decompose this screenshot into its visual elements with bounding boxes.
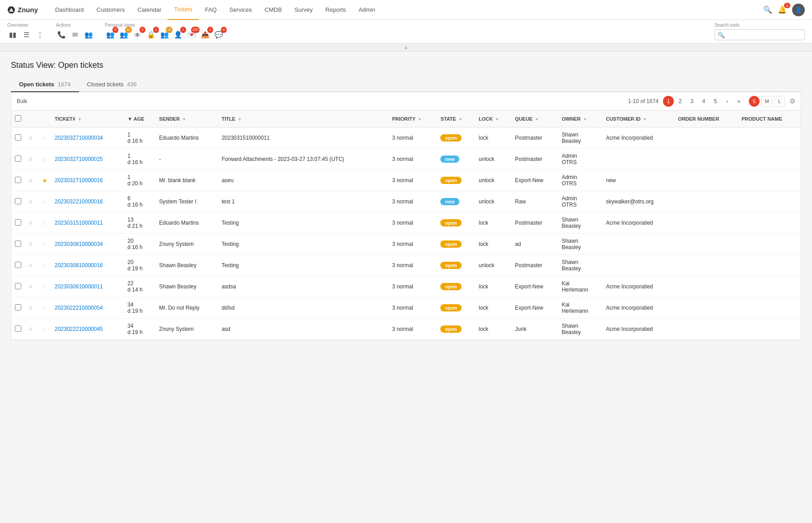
ticket-link[interactable]: 2023032710000034 bbox=[55, 135, 103, 141]
ticket-link[interactable]: 2023022210000054 bbox=[55, 305, 103, 311]
nav-item-cmdb[interactable]: CMDB bbox=[258, 0, 288, 20]
col-lock[interactable]: LOCK ▼ bbox=[475, 111, 511, 127]
row-checkbox[interactable] bbox=[15, 134, 21, 141]
star-icon[interactable]: ☆ bbox=[42, 220, 47, 226]
table-settings-button[interactable]: ⚙ bbox=[789, 97, 795, 105]
page-btn-4[interactable]: 4 bbox=[698, 96, 709, 107]
ticket-link[interactable]: 2023032710000025 bbox=[55, 156, 103, 162]
pv-icon-3[interactable]: 👁 2 bbox=[132, 29, 143, 40]
row-checkbox-cell bbox=[11, 149, 25, 170]
col-queue[interactable]: QUEUE ▼ bbox=[511, 111, 558, 127]
ticket-link[interactable]: 2023032210000016 bbox=[55, 198, 103, 205]
size-btn-m[interactable]: M bbox=[761, 96, 772, 107]
size-btn-s[interactable]: S bbox=[749, 96, 760, 107]
notification-icon[interactable]: 🔔 1 bbox=[778, 5, 787, 14]
col-order-number[interactable]: ORDER NUMBER bbox=[674, 111, 738, 127]
drag-handle[interactable]: ≡ bbox=[28, 262, 32, 269]
page-btn-2[interactable]: 2 bbox=[675, 96, 686, 107]
ticket-link[interactable]: 2023030610000011 bbox=[55, 283, 103, 290]
tab-closed-tickets[interactable]: Closed tickets 436 bbox=[79, 77, 145, 92]
nav-item-customers[interactable]: Customers bbox=[90, 0, 131, 20]
ticket-link[interactable]: 2023030810000034 bbox=[55, 241, 103, 247]
row-checkbox[interactable] bbox=[15, 325, 21, 332]
col-customer-id[interactable]: CUSTOMER ID ▼ bbox=[602, 111, 675, 127]
overview-more-icon[interactable]: ⋮ bbox=[34, 29, 45, 40]
nav-item-admin[interactable]: Admin bbox=[352, 0, 382, 20]
star-icon[interactable]: ☆ bbox=[42, 241, 47, 248]
pv-icon-8[interactable]: 📤 2 bbox=[200, 29, 210, 40]
nav-item-services[interactable]: Services bbox=[223, 0, 258, 20]
col-state[interactable]: STATE ▼ bbox=[437, 111, 475, 127]
nav-item-survey[interactable]: Survey bbox=[288, 0, 319, 20]
size-btn-l[interactable]: L bbox=[774, 96, 785, 107]
star-icon[interactable]: ★ bbox=[42, 177, 47, 184]
page-btn-5[interactable]: 5 bbox=[710, 96, 721, 107]
collapse-handle[interactable]: ▲ bbox=[0, 43, 812, 52]
row-checkbox[interactable] bbox=[15, 155, 21, 162]
row-checkbox[interactable] bbox=[15, 219, 21, 226]
page-btn-last[interactable]: » bbox=[733, 96, 744, 107]
row-lock: lock bbox=[475, 127, 511, 149]
col-ticket-num[interactable]: TICKET# ▼ bbox=[51, 111, 124, 127]
pv-icon-2[interactable]: 👥 42 bbox=[118, 29, 129, 40]
page-btn-3[interactable]: 3 bbox=[686, 96, 697, 107]
nav-item-dashboard[interactable]: Dashboard bbox=[49, 0, 90, 20]
row-checkbox[interactable] bbox=[15, 240, 21, 247]
drag-handle[interactable]: ≡ bbox=[28, 177, 32, 184]
row-checkbox[interactable] bbox=[15, 262, 21, 268]
star-icon[interactable]: ☆ bbox=[42, 198, 47, 205]
search-icon[interactable]: 🔍 bbox=[763, 5, 772, 14]
brand-logo[interactable]: Znuny bbox=[7, 6, 38, 14]
overview-grid-icon[interactable]: ▮▮ bbox=[7, 29, 18, 40]
row-checkbox[interactable] bbox=[15, 177, 21, 183]
drag-handle[interactable]: ≡ bbox=[28, 134, 32, 141]
col-owner[interactable]: OWNER ▼ bbox=[558, 111, 602, 127]
star-icon[interactable]: ☆ bbox=[42, 283, 47, 290]
ticket-link[interactable]: 2023030810000016 bbox=[55, 262, 103, 269]
action-group-icon[interactable]: 👥 bbox=[83, 29, 94, 40]
col-priority[interactable]: PRIORITY ▼ bbox=[388, 111, 437, 127]
row-checkbox[interactable] bbox=[15, 198, 21, 204]
drag-handle[interactable]: ≡ bbox=[28, 304, 32, 311]
col-title[interactable]: TITLE ▼ bbox=[218, 111, 388, 127]
row-checkbox[interactable] bbox=[15, 283, 21, 289]
overview-list-icon[interactable]: ☰ bbox=[21, 29, 32, 40]
star-icon[interactable]: ☆ bbox=[42, 326, 47, 333]
col-sender[interactable]: SENDER ▼ bbox=[155, 111, 218, 127]
row-checkbox[interactable] bbox=[15, 304, 21, 311]
pv-icon-9[interactable]: 💬 6 bbox=[213, 29, 224, 40]
ticket-link[interactable]: 2023022210000045 bbox=[55, 326, 103, 332]
star-icon[interactable]: ☆ bbox=[42, 305, 47, 311]
star-icon[interactable]: ☆ bbox=[42, 156, 47, 163]
select-all-checkbox[interactable] bbox=[15, 115, 21, 122]
pv-icon-6[interactable]: 👤 1 bbox=[173, 29, 183, 40]
nav-item-faq[interactable]: FAQ bbox=[199, 0, 223, 20]
page-btn-1[interactable]: 1 bbox=[663, 96, 674, 107]
pv-icon-4[interactable]: 🔒 1 bbox=[145, 29, 156, 40]
user-avatar[interactable]: 👤 bbox=[792, 4, 805, 16]
pv-icon-5[interactable]: 👥 24 bbox=[159, 29, 170, 40]
bulk-label[interactable]: Bulk bbox=[17, 98, 27, 104]
tab-open-tickets[interactable]: Open tickets 1674 bbox=[11, 77, 79, 92]
nav-item-calendar[interactable]: Calendar bbox=[131, 0, 168, 20]
drag-handle[interactable]: ≡ bbox=[28, 283, 32, 290]
drag-handle[interactable]: ≡ bbox=[28, 219, 32, 226]
nav-item-reports[interactable]: Reports bbox=[319, 0, 353, 20]
drag-handle[interactable]: ≡ bbox=[28, 198, 32, 205]
nav-item-tickets[interactable]: Tickets bbox=[168, 0, 199, 20]
drag-handle[interactable]: ≡ bbox=[28, 240, 32, 248]
drag-handle[interactable]: ≡ bbox=[28, 155, 32, 163]
star-icon[interactable]: ☆ bbox=[42, 262, 47, 269]
ticket-link[interactable]: 2023032710000016 bbox=[55, 177, 103, 184]
action-phone-icon[interactable]: 📞 bbox=[56, 29, 67, 40]
ticket-link[interactable]: 2023031510000011 bbox=[55, 220, 103, 226]
col-product-name[interactable]: PRODUCT NAME bbox=[738, 111, 801, 127]
pv-icon-7[interactable]: 💌 150 bbox=[186, 29, 197, 40]
page-btn-next[interactable]: › bbox=[722, 96, 733, 107]
action-email-icon[interactable]: ✉ bbox=[70, 29, 80, 40]
drag-handle[interactable]: ≡ bbox=[28, 325, 32, 333]
pv-icon-1[interactable]: 👥 5 bbox=[105, 29, 116, 40]
search-input[interactable] bbox=[714, 29, 805, 40]
star-icon[interactable]: ☆ bbox=[42, 135, 47, 141]
col-age[interactable]: ▼ AGE bbox=[124, 111, 155, 127]
